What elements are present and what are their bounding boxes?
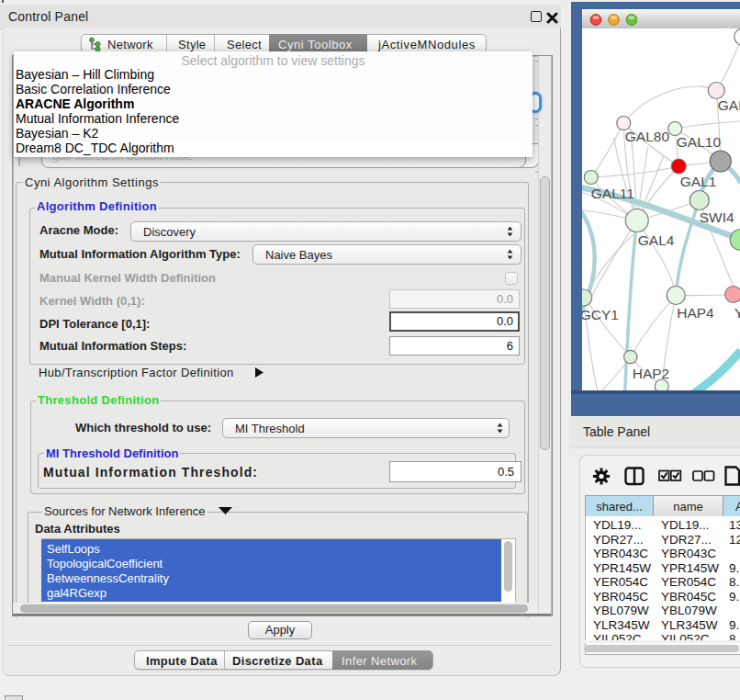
svg-text:GAL10: GAL10 xyxy=(676,134,721,150)
svg-text:GCY1: GCY1 xyxy=(582,307,619,322)
svg-text:GAL7: GAL7 xyxy=(717,97,740,113)
svg-text:GAL11: GAL11 xyxy=(590,186,633,201)
svg-text:GAL1: GAL1 xyxy=(679,174,716,189)
svg-text:Y: Y xyxy=(734,305,740,321)
svg-text:HAP2: HAP2 xyxy=(632,366,669,381)
svg-text:GAL80: GAL80 xyxy=(624,129,669,144)
svg-text:SWI4: SWI4 xyxy=(699,209,734,225)
svg-text:GAL4: GAL4 xyxy=(637,232,674,248)
svg-text:HAP4: HAP4 xyxy=(677,305,714,321)
